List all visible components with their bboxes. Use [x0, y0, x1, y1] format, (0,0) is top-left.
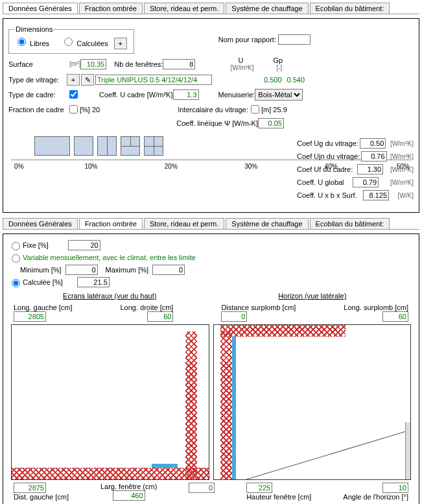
tick-30: 30% — [244, 163, 257, 170]
tab-ecobilan[interactable]: Ecobilan du bâtiment: — [310, 3, 390, 14]
coef-ujn-value — [361, 151, 387, 162]
tick-20: 20% — [165, 163, 178, 170]
diagram-ecrans-lateraux — [11, 324, 209, 480]
sub-tab-ecobilan[interactable]: Ecobilan du bâtiment: — [310, 218, 390, 229]
report-name-label: Nom pour rapport: — [218, 36, 276, 43]
radio-calculees-label: Calculées — [61, 40, 110, 47]
intercalaire-unit: [m] 25.9 — [261, 106, 287, 114]
frame-style-2[interactable] — [74, 136, 93, 156]
coef-ubs-value — [363, 190, 389, 200]
lineique-input[interactable] — [258, 118, 284, 128]
variable-label: Variable mensuellement, avec le climat, … — [23, 254, 196, 261]
report-name-input[interactable] — [278, 34, 311, 45]
surface-label: Surface — [8, 60, 67, 68]
coef-ug-label: Coef Ug du vitrage: — [297, 139, 358, 147]
sub-tab-donnees[interactable]: Données Générales — [3, 218, 78, 229]
dimensions-legend: Dimensions — [14, 25, 54, 33]
coef-ugl-label: Coeff. U global — [297, 178, 344, 186]
calculees-plus-button[interactable]: + — [114, 38, 127, 49]
vitrage-gp-value: 0.540 — [287, 76, 305, 84]
menuiserie-label: Menuiserie: — [218, 91, 255, 99]
vitrage-label: Type de vitrage: — [8, 76, 67, 84]
haut-fen-label: Hauteur fenêtre [cm] — [246, 493, 311, 501]
radio-calculee[interactable] — [12, 279, 20, 287]
coef-ujn-label: Coef Ujn du vitrage: — [297, 152, 360, 160]
sub-tab-store[interactable]: Store, rideau et perm. — [144, 218, 224, 229]
fraction-cadre-label: Fraction de cadre — [8, 106, 67, 114]
coef-uf-label: Coef Uf du cadre: — [297, 165, 353, 173]
nb-fen-input[interactable] — [163, 59, 195, 69]
radio-calculees[interactable] — [64, 38, 73, 46]
coef-ug-value — [360, 138, 386, 149]
frame-style-1[interactable] — [34, 136, 70, 156]
distance-surplomb-input[interactable] — [221, 311, 247, 322]
sub-tab-fraction-ombree[interactable]: Fraction ombrée — [79, 218, 143, 229]
tab-donnees-generales[interactable]: Données Générales — [3, 3, 78, 14]
angle-label: Angle de l'horizon [°] — [343, 493, 408, 501]
tab-chauffage[interactable]: Système de chauffage — [226, 3, 308, 14]
cadre-checkbox[interactable] — [69, 90, 78, 99]
intercalaire-label: Intercalaire du vitrage: — [178, 106, 248, 114]
panel-fraction-ombree: Fixe [%] Variable mensuellement, avec le… — [3, 234, 419, 504]
frame-style-5[interactable] — [144, 136, 163, 156]
report-name-row: Nom pour rapport: — [218, 34, 311, 45]
tabs-main: Données Générales Fraction ombrée Store,… — [3, 3, 419, 14]
sub-tab-chauffage[interactable]: Système de chauffage — [226, 218, 308, 229]
vitrage-select-button[interactable]: ✎ — [81, 74, 94, 86]
menuiserie-select[interactable]: Bois-Métal — [255, 89, 303, 101]
radio-libres[interactable] — [18, 38, 26, 46]
fixe-input[interactable] — [68, 240, 100, 250]
lineique-label: Coeff. linéïque Ψ [W/m-K] — [176, 119, 258, 127]
vitrage-u-value: 0.500 — [264, 76, 282, 84]
long-droite-input[interactable] — [147, 311, 173, 322]
radio-libres-label: Libres — [14, 40, 51, 47]
svg-line-0 — [236, 430, 410, 480]
surface-unit: [m²] — [69, 60, 80, 67]
larg-fen-label: Larg. fenêtre (cm) — [100, 483, 157, 490]
long-gauche-label: Long. gauche [cm] — [14, 304, 73, 311]
bottom-b-input[interactable] — [189, 483, 215, 493]
min-input[interactable] — [65, 265, 98, 275]
larg-fen-input[interactable] — [113, 490, 145, 501]
coeff-ucadre-label: Coeff. U cadre [W/m²K] — [99, 91, 173, 99]
tick-10: 10% — [84, 163, 97, 170]
tab-fraction-ombree[interactable]: Fraction ombrée — [79, 3, 143, 14]
fraction-cadre-pct: [%] 20 — [80, 106, 100, 114]
max-label: Maximum [%] — [106, 266, 149, 274]
coef-uf-value — [357, 164, 383, 174]
min-label: Minimum [%] — [20, 266, 62, 274]
coef-ubs-label: Coeff. U x b x Surf. — [297, 191, 357, 199]
u-header: U [W/m²K] — [228, 56, 253, 71]
radio-fixe[interactable] — [12, 242, 20, 250]
long-surplomb-input[interactable] — [382, 311, 408, 322]
dist-gauche-label: Dist. gauche [cm] — [14, 493, 69, 501]
tab-store-rideau[interactable]: Store, rideau et perm. — [144, 3, 224, 14]
coeff-ucadre-input[interactable] — [173, 90, 199, 100]
fraction-cadre-checkbox[interactable] — [69, 105, 78, 114]
section-horizon: Horizon (vue latérale) — [211, 292, 414, 300]
dimensions-group: Dimensions Libres Calculées + — [8, 25, 134, 54]
fixe-label: Fixe [%] — [23, 241, 49, 249]
distance-surplomb-label: Distance surplomb [cm] — [221, 304, 296, 311]
long-gauche-input[interactable] — [14, 311, 46, 322]
surface-input[interactable] — [80, 59, 106, 69]
tick-0: 0% — [14, 163, 23, 170]
frame-style-4[interactable] — [121, 136, 140, 156]
gp-header: Gp [-] — [274, 56, 283, 71]
calc-label: Calculée [%] — [23, 278, 63, 286]
angle-input[interactable] — [382, 483, 408, 493]
max-input[interactable] — [152, 265, 185, 275]
cadre-label: Type de cadre: — [8, 91, 67, 99]
nb-fen-label: Nb de fenêtres: — [114, 60, 163, 68]
long-surplomb-label: Long. surplomb [cm] — [344, 304, 408, 311]
radio-variable[interactable] — [12, 254, 20, 263]
intercalaire-checkbox[interactable] — [251, 105, 259, 114]
vitrage-name-input[interactable] — [95, 75, 212, 85]
long-droite-label: Long. droite [cm] — [121, 304, 174, 311]
frame-style-3[interactable] — [97, 136, 117, 156]
diagram-horizon — [213, 324, 412, 480]
vitrage-plus-button[interactable]: + — [67, 74, 80, 86]
panel-donnees-generales: Dimensions Libres Calculées + Nom pour r… — [3, 18, 419, 213]
bottom-a-input[interactable] — [14, 483, 46, 493]
bottom-c-input[interactable] — [246, 483, 272, 493]
